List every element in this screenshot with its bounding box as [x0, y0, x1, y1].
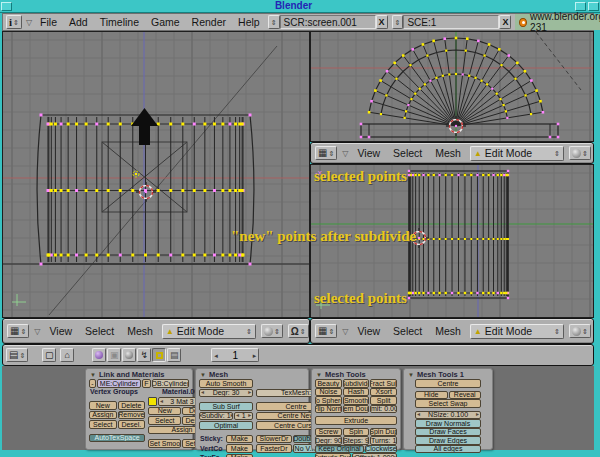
faster-draw-button[interactable]: FasterDr — [256, 444, 291, 453]
set-smooth-button[interactable]: Set Smoo — [148, 439, 181, 448]
scene-context-button[interactable]: ▤ — [167, 348, 181, 362]
menu-view[interactable]: View — [353, 147, 384, 159]
menu-game[interactable]: Game — [147, 16, 184, 28]
collapse-menu-icon[interactable]: ▽ — [26, 18, 32, 27]
collapse-menu-icon[interactable]: ▽ — [342, 327, 348, 336]
vgroup-select-button[interactable]: Select — [89, 420, 117, 429]
menu-mesh[interactable]: Mesh — [431, 325, 465, 337]
menu-mesh[interactable]: Mesh — [123, 325, 157, 337]
material-color-swatch[interactable] — [148, 397, 157, 406]
subdiv-spinner[interactable]: Subdiv: 1 — [199, 412, 233, 421]
draw-edges-toggle[interactable]: Draw Edges — [415, 436, 481, 445]
draw-normals-toggle[interactable]: Draw Normals — [415, 419, 481, 428]
panel-header[interactable]: ▼Mesh — [199, 370, 305, 379]
scene-name-field[interactable]: SCE:1 — [403, 15, 499, 29]
screw-button[interactable]: Screw — [315, 428, 342, 437]
keep-original-toggle[interactable]: Keep Original — [315, 445, 364, 454]
editor-type-button[interactable]: ▦⇕ — [7, 324, 29, 338]
all-edges-toggle[interactable]: All edges — [415, 445, 481, 454]
fake-user-button[interactable]: F — [142, 379, 151, 388]
menu-render[interactable]: Render — [188, 16, 230, 28]
top-viewport[interactable] — [310, 31, 594, 142]
object-name-field[interactable]: OB:Cylinder — [152, 379, 189, 388]
vertcol-make-button[interactable]: Make — [226, 444, 254, 453]
editor-type-button[interactable]: ▦⇕ — [315, 146, 337, 160]
collapse-menu-icon[interactable]: ▽ — [342, 149, 348, 158]
degr-spinner[interactable]: Degr: 30 — [199, 389, 253, 398]
window-menu-button[interactable] — [1, 2, 12, 11]
mesh-browse-button[interactable]: - — [89, 379, 96, 388]
menu-view[interactable]: View — [353, 325, 384, 337]
draw-mode-button[interactable]: ⇕ — [261, 324, 283, 338]
clockwise-toggle[interactable]: Clockwise — [365, 445, 397, 454]
render-subdiv-spinner[interactable]: 1 — [234, 412, 253, 421]
auto-smooth-toggle[interactable]: Auto Smooth — [199, 379, 253, 388]
texface-make-button[interactable]: Make — [226, 454, 254, 457]
mode-dropdown[interactable]: ▲Edit Mode⇕ — [470, 146, 564, 161]
to-sphere-button[interactable]: To Sphere — [315, 396, 342, 405]
spin-dup-button[interactable]: Spin Dup — [370, 428, 397, 437]
menu-file[interactable]: File — [36, 16, 61, 28]
centre-button[interactable]: Centre — [415, 379, 481, 388]
autotexspace-toggle[interactable]: AutoTexSpace — [89, 434, 145, 443]
object-context-button[interactable]: ↯ — [137, 348, 151, 362]
hide-button[interactable]: Hide — [415, 391, 448, 400]
xsort-button[interactable]: Xsort — [370, 388, 397, 397]
steps-spinner[interactable]: Steps: 9 — [343, 436, 370, 445]
select-swap-button[interactable]: Select Swap — [415, 399, 481, 408]
collapse-menu-icon[interactable]: ▽ — [34, 327, 40, 336]
draw-mode-button[interactable]: ⇕ — [569, 324, 591, 338]
spin-button[interactable]: Spin — [343, 428, 370, 437]
menu-view[interactable]: View — [45, 325, 76, 337]
vgroup-remove-button[interactable]: Remove — [118, 411, 146, 420]
editor-type-button[interactable]: ▦⇕ — [315, 324, 337, 338]
noise-button[interactable]: Noise — [315, 388, 342, 397]
draw-mode-button[interactable]: ⇕ — [569, 146, 591, 160]
mode-dropdown[interactable]: ▲Edit Mode⇕ — [470, 324, 564, 339]
shading-context-button[interactable] — [122, 348, 136, 362]
script-context-button[interactable]: ▣ — [107, 348, 121, 362]
optimal-toggle[interactable]: Optimal — [199, 421, 253, 430]
screen-delete-button[interactable]: X — [376, 15, 388, 29]
panel-header[interactable]: ▼Mesh Tools — [315, 370, 397, 379]
editing-context-button[interactable] — [152, 348, 166, 362]
panel-header[interactable]: ▼Mesh Tools 1 — [407, 370, 489, 379]
sticky-make-button[interactable]: Make — [226, 435, 254, 444]
degr90-spinner[interactable]: Degr: 90 — [315, 436, 342, 445]
reveal-button[interactable]: Reveal — [449, 391, 482, 400]
fract-subd-button[interactable]: Fract Sub — [370, 379, 397, 388]
subdivide-button[interactable]: Subdivide — [343, 379, 370, 388]
screen-name-field[interactable]: SCR:screen.001 — [280, 15, 376, 29]
screen-browse-button[interactable]: ⇕ — [268, 15, 280, 29]
limit-spinner[interactable]: Limit: 0.001 — [370, 405, 397, 414]
home-button[interactable]: ⌂ — [60, 348, 74, 362]
vgroup-new-button[interactable]: New — [89, 401, 117, 410]
smooth-button[interactable]: Smooth — [343, 396, 370, 405]
menu-mesh[interactable]: Mesh — [431, 147, 465, 159]
menu-select[interactable]: Select — [389, 147, 426, 159]
menu-select[interactable]: Select — [389, 325, 426, 337]
turns-spinner[interactable]: Turns: 1 — [370, 436, 397, 445]
rem-doubles-button[interactable]: Rem Doubl — [343, 405, 370, 414]
beauty-toggle[interactable]: Beauty — [315, 379, 342, 388]
menu-select[interactable]: Select — [81, 325, 118, 337]
material-new-button[interactable]: New — [148, 407, 181, 416]
split-button[interactable]: Split — [370, 396, 397, 405]
nsize-spinner[interactable]: NSize: 0.100 — [415, 411, 481, 420]
pivot-button[interactable]: Ω⇕ — [288, 324, 309, 338]
vgroup-assign-button[interactable]: Assign — [89, 411, 117, 420]
scene-browse-button[interactable]: ⇕ — [392, 15, 404, 29]
panel-align-button[interactable]: ▢ — [42, 348, 56, 362]
slower-draw-button[interactable]: SlowerDr — [256, 435, 291, 444]
editor-type-button[interactable]: ▤⇕ — [6, 348, 28, 362]
menu-timeline[interactable]: Timeline — [96, 16, 143, 28]
subsurf-toggle[interactable]: Sub Surf — [199, 402, 253, 411]
window-minimize-button[interactable] — [575, 2, 586, 11]
offset-spinner[interactable]: Offset: 1.000 — [352, 453, 397, 457]
mode-dropdown[interactable]: ▲Edit Mode⇕ — [162, 324, 256, 339]
panel-header[interactable]: ▼Link and Materials — [89, 370, 189, 379]
flip-normals-button[interactable]: Flip Norm — [315, 405, 342, 414]
mesh-datablock-field[interactable]: ME:Cylinder — [97, 379, 141, 388]
draw-faces-toggle[interactable]: Draw Faces — [415, 428, 481, 437]
scene-delete-button[interactable]: X — [499, 15, 511, 29]
